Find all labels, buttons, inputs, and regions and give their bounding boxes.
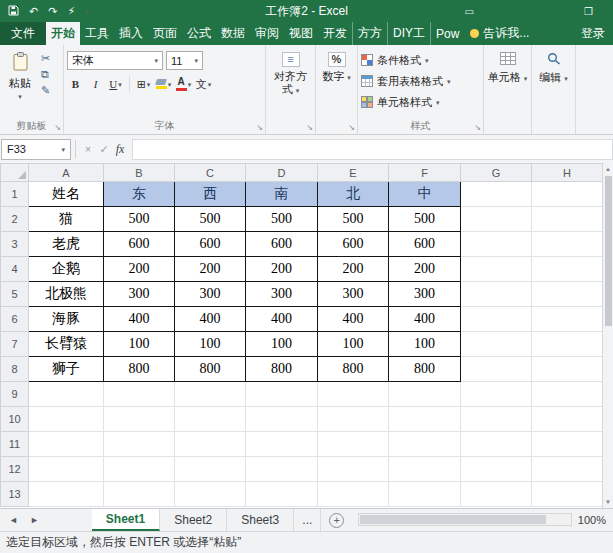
- cell[interactable]: [389, 382, 461, 407]
- cell-A7[interactable]: 长臂猿: [29, 332, 104, 357]
- cancel-button[interactable]: ×: [80, 143, 96, 155]
- cell[interactable]: [532, 307, 603, 332]
- cell[interactable]: [318, 382, 389, 407]
- cell-F3[interactable]: 600: [389, 232, 461, 257]
- format-painter-icon[interactable]: ✎: [41, 85, 50, 96]
- cell[interactable]: [532, 207, 603, 232]
- tab-diy-toolbox[interactable]: DIY工: [387, 22, 430, 45]
- row-header-4[interactable]: 4: [1, 257, 29, 282]
- tab-data[interactable]: 数据: [216, 22, 250, 45]
- cell[interactable]: [532, 182, 603, 207]
- row-header-6[interactable]: 6: [1, 307, 29, 332]
- conditional-formatting-button[interactable]: 条件格式 ▾: [361, 51, 451, 70]
- chevron-down-icon[interactable]: ▾: [150, 57, 158, 64]
- formula-input[interactable]: [132, 139, 613, 160]
- copy-icon[interactable]: ⧉: [41, 69, 50, 80]
- cell[interactable]: [532, 357, 603, 382]
- chevron-down-icon[interactable]: ▾: [208, 81, 212, 88]
- row-header-3[interactable]: 3: [1, 232, 29, 257]
- cell-C8[interactable]: 800: [175, 357, 246, 382]
- cell[interactable]: [461, 307, 532, 332]
- cell-F2[interactable]: 500: [389, 207, 461, 232]
- cell-A4[interactable]: 企鹅: [29, 257, 104, 282]
- alignment-collapsed-button[interactable]: ≡ 对齐方式 ▾: [269, 49, 312, 96]
- cell[interactable]: [246, 432, 318, 457]
- row-header-2[interactable]: 2: [1, 207, 29, 232]
- cell[interactable]: [104, 457, 175, 482]
- format-as-table-button[interactable]: 套用表格格式 ▾: [361, 72, 451, 91]
- cell[interactable]: [461, 407, 532, 432]
- cell-E7[interactable]: 100: [318, 332, 389, 357]
- cells-collapsed-button[interactable]: 单元格 ▾: [487, 49, 528, 84]
- fill-color-button[interactable]: ▾: [155, 75, 172, 93]
- column-header-F[interactable]: F: [389, 164, 461, 182]
- cell-B4[interactable]: 200: [104, 257, 175, 282]
- save-icon[interactable]: [8, 5, 19, 18]
- row-header-7[interactable]: 7: [1, 332, 29, 357]
- scrollbar-thumb[interactable]: [605, 176, 612, 326]
- cell-E5[interactable]: 300: [318, 282, 389, 307]
- cell[interactable]: [246, 382, 318, 407]
- sheet-nav-left-icon[interactable]: ◄: [9, 515, 18, 525]
- cell-C4[interactable]: 200: [175, 257, 246, 282]
- column-header-E[interactable]: E: [318, 164, 389, 182]
- italic-button[interactable]: I: [87, 75, 104, 93]
- cell-A5[interactable]: 北极熊: [29, 282, 104, 307]
- cell[interactable]: [29, 407, 104, 432]
- number-collapsed-button[interactable]: % 数字 ▾: [319, 49, 354, 83]
- column-header-G[interactable]: G: [461, 164, 532, 182]
- row-header-13[interactable]: 13: [1, 482, 29, 507]
- editing-collapsed-button[interactable]: 编辑 ▾: [535, 49, 572, 84]
- cell-F4[interactable]: 200: [389, 257, 461, 282]
- sheet-tab-sheet1[interactable]: Sheet1: [92, 509, 160, 531]
- chevron-down-icon[interactable]: ▾: [188, 81, 192, 88]
- row-header-1[interactable]: 1: [1, 182, 29, 207]
- cell[interactable]: [389, 407, 461, 432]
- cell[interactable]: [175, 482, 246, 507]
- cell[interactable]: [246, 457, 318, 482]
- row-header-11[interactable]: 11: [1, 432, 29, 457]
- cell-B7[interactable]: 100: [104, 332, 175, 357]
- cell-C2[interactable]: 500: [175, 207, 246, 232]
- cell[interactable]: [532, 282, 603, 307]
- cell[interactable]: [246, 407, 318, 432]
- cell[interactable]: [532, 382, 603, 407]
- customize-qat-icon[interactable]: ▾: [85, 8, 89, 15]
- column-header-D[interactable]: D: [246, 164, 318, 182]
- sheet-nav-right-icon[interactable]: ►: [30, 515, 39, 525]
- row-header-12[interactable]: 12: [1, 457, 29, 482]
- cell-F8[interactable]: 800: [389, 357, 461, 382]
- bold-button[interactable]: B: [67, 75, 84, 93]
- horizontal-scrollbar[interactable]: [358, 513, 572, 526]
- cell-B5[interactable]: 300: [104, 282, 175, 307]
- cell[interactable]: [532, 457, 603, 482]
- cell[interactable]: [318, 482, 389, 507]
- cell-F6[interactable]: 400: [389, 307, 461, 332]
- cell[interactable]: [461, 357, 532, 382]
- enter-button[interactable]: ✓: [96, 143, 112, 156]
- cell[interactable]: [29, 482, 104, 507]
- cell[interactable]: [104, 432, 175, 457]
- row-header-8[interactable]: 8: [1, 357, 29, 382]
- cell[interactable]: [318, 432, 389, 457]
- cell[interactable]: [461, 432, 532, 457]
- cell[interactable]: [175, 457, 246, 482]
- tab-home[interactable]: 开始: [46, 22, 80, 45]
- cell[interactable]: [318, 457, 389, 482]
- row-header-10[interactable]: 10: [1, 407, 29, 432]
- cell[interactable]: [175, 407, 246, 432]
- restore-window-icon[interactable]: ❐: [584, 6, 593, 17]
- cell-D5[interactable]: 300: [246, 282, 318, 307]
- tab-fangfang[interactable]: 方方: [352, 22, 387, 45]
- scroll-up-icon[interactable]: ▲: [605, 163, 611, 175]
- tab-tools[interactable]: 工具: [80, 22, 114, 45]
- cell[interactable]: [461, 182, 532, 207]
- cell-E1[interactable]: 北: [318, 182, 389, 207]
- cut-icon[interactable]: ✂: [41, 53, 50, 64]
- vertical-scrollbar[interactable]: ▲ ▼: [602, 163, 613, 508]
- chevron-down-icon[interactable]: ▾: [168, 81, 172, 88]
- cell[interactable]: [461, 232, 532, 257]
- cell[interactable]: [532, 332, 603, 357]
- scrollbar-thumb[interactable]: [360, 515, 546, 524]
- flash-fill-icon[interactable]: ⚡: [67, 6, 75, 17]
